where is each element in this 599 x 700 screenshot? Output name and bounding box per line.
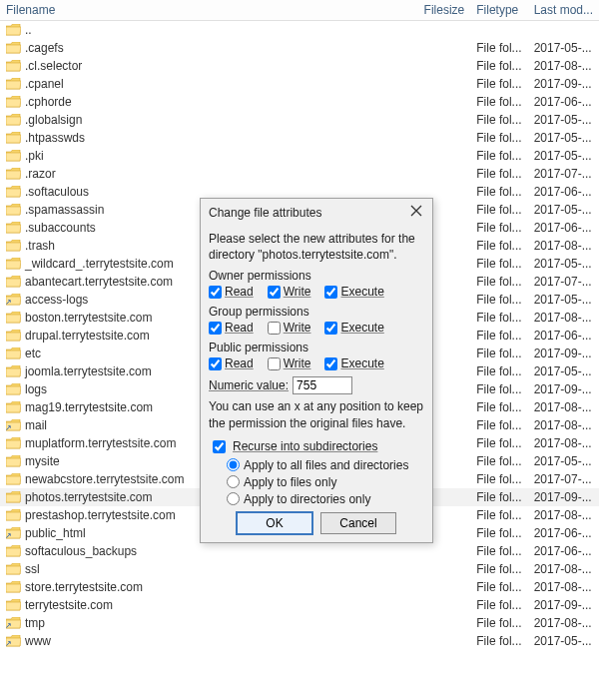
table-row[interactable]: terrytestsite.comFile fol...2017-09-... xyxy=(0,596,599,614)
folder-icon xyxy=(6,545,21,557)
table-row[interactable]: .pkiFile fol...2017-05-... xyxy=(0,147,599,165)
table-row[interactable]: .globalsignFile fol...2017-05-... xyxy=(0,111,599,129)
file-lastmod: 2017-05-... xyxy=(528,255,599,273)
file-type: File fol... xyxy=(470,147,527,165)
file-type: File fol... xyxy=(470,273,527,291)
file-name: .trash xyxy=(25,239,55,253)
table-row[interactable]: ↗tmpFile fol...2017-08-... xyxy=(0,614,599,632)
table-row[interactable]: ↗wwwFile fol...2017-05-... xyxy=(0,632,599,650)
folder-icon xyxy=(6,401,21,413)
folder-icon xyxy=(6,24,21,36)
file-type xyxy=(470,21,527,40)
file-name: tmp xyxy=(25,616,45,630)
table-row[interactable]: sslFile fol...2017-08-... xyxy=(0,560,599,578)
public-execute-checkbox[interactable]: Execute xyxy=(324,356,383,370)
ok-button[interactable]: OK xyxy=(237,512,312,534)
numeric-value-hint: You can use an x at any position to keep… xyxy=(209,398,424,430)
group-execute-checkbox[interactable]: Execute xyxy=(324,321,383,335)
owner-read-checkbox[interactable]: Read xyxy=(209,285,254,299)
folder-icon xyxy=(6,365,21,377)
file-name: terrytestsite.com xyxy=(25,598,113,612)
file-lastmod: 2017-05-... xyxy=(528,147,599,165)
table-row[interactable]: .cpanelFile fol...2017-09-... xyxy=(0,75,599,93)
file-type: File fol... xyxy=(470,57,527,75)
table-row[interactable]: store.terrytestsite.comFile fol...2017-0… xyxy=(0,578,599,596)
recurse-checkbox[interactable]: Recurse into subdirectories xyxy=(209,437,424,456)
file-name: .spamassassin xyxy=(25,203,104,217)
file-name: .globalsign xyxy=(25,113,82,127)
table-row[interactable]: .. xyxy=(0,21,599,40)
public-permissions-label: Public permissions xyxy=(209,341,424,354)
folder-icon xyxy=(6,150,21,162)
file-type: File fol... xyxy=(470,93,527,111)
file-type: File fol... xyxy=(470,560,527,578)
file-name: public_html xyxy=(25,526,86,540)
file-lastmod: 2017-08-... xyxy=(528,416,599,434)
folder-icon xyxy=(6,599,21,611)
dialog-intro-text: Please select the new attributes for the… xyxy=(209,231,424,263)
file-name: _wildcard_.terrytestsite.com xyxy=(25,257,174,271)
file-lastmod: 2017-05-... xyxy=(528,452,599,470)
owner-write-checkbox[interactable]: Write xyxy=(268,285,311,299)
file-type: File fol... xyxy=(470,237,527,255)
dialog-title: Change file attributes xyxy=(209,206,321,220)
file-name: .pki xyxy=(25,149,44,163)
file-type: File fol... xyxy=(470,345,527,362)
folder-icon xyxy=(6,509,21,521)
folder-icon xyxy=(6,437,21,449)
file-type: File fol... xyxy=(470,75,527,93)
public-read-checkbox[interactable]: Read xyxy=(209,356,254,370)
file-type: File fol... xyxy=(470,327,527,345)
file-name: access-logs xyxy=(25,293,88,307)
col-header-filename[interactable]: Filename xyxy=(0,0,418,21)
file-name: .htpasswds xyxy=(25,131,85,145)
table-row[interactable]: softaculous_backupsFile fol...2017-06-..… xyxy=(0,542,599,560)
file-lastmod: 2017-09-... xyxy=(528,345,599,362)
col-header-lastmod[interactable]: Last mod... xyxy=(528,0,599,21)
file-name: mail xyxy=(25,418,47,432)
folder-icon xyxy=(6,240,21,252)
table-row[interactable]: .cl.selectorFile fol...2017-08-... xyxy=(0,57,599,75)
numeric-value-input[interactable] xyxy=(293,376,352,394)
file-name: .subaccounts xyxy=(25,221,96,235)
owner-execute-checkbox[interactable]: Execute xyxy=(324,285,383,299)
table-row[interactable]: .cphordeFile fol...2017-06-... xyxy=(0,93,599,111)
folder-icon xyxy=(6,312,21,324)
apply-dirs-radio[interactable]: Apply to directories only xyxy=(227,492,424,506)
table-row[interactable]: .razorFile fol...2017-07-... xyxy=(0,165,599,183)
file-name: .softaculous xyxy=(25,185,89,199)
table-row[interactable]: .htpasswdsFile fol...2017-05-... xyxy=(0,129,599,147)
file-type: File fol... xyxy=(470,201,527,219)
folder-icon xyxy=(6,78,21,90)
table-row[interactable]: .cagefsFile fol...2017-05-... xyxy=(0,39,599,57)
col-header-filesize[interactable]: Filesize xyxy=(418,0,471,21)
apply-files-radio[interactable]: Apply to files only xyxy=(227,475,424,489)
file-type: File fol... xyxy=(470,309,527,327)
apply-all-radio[interactable]: Apply to all files and directories xyxy=(227,458,424,472)
folder-icon: ↗ xyxy=(6,527,21,539)
file-type: File fol... xyxy=(470,111,527,129)
group-write-checkbox[interactable]: Write xyxy=(268,321,311,335)
table-header-row: Filename Filesize Filetype Last mod... xyxy=(0,0,599,21)
file-name: ssl xyxy=(25,562,40,576)
file-name: .cphorde xyxy=(25,95,72,109)
folder-icon xyxy=(6,114,21,126)
file-name: mag19.terrytestsite.com xyxy=(25,400,153,414)
folder-icon xyxy=(6,60,21,72)
folder-icon xyxy=(6,96,21,108)
file-lastmod: 2017-05-... xyxy=(528,111,599,129)
file-lastmod: 2017-08-... xyxy=(528,434,599,452)
file-lastmod: 2017-09-... xyxy=(528,596,599,614)
file-lastmod: 2017-06-... xyxy=(528,524,599,542)
file-lastmod: 2017-09-... xyxy=(528,75,599,93)
cancel-button[interactable]: Cancel xyxy=(320,512,396,534)
folder-icon xyxy=(6,222,21,234)
public-write-checkbox[interactable]: Write xyxy=(268,356,311,370)
group-read-checkbox[interactable]: Read xyxy=(209,321,254,335)
folder-icon xyxy=(6,42,21,54)
file-type: File fol... xyxy=(470,488,527,506)
col-header-filetype[interactable]: Filetype xyxy=(470,0,527,21)
file-type: File fol... xyxy=(470,596,527,614)
numeric-value-label: Numeric value: xyxy=(209,378,289,392)
close-icon[interactable] xyxy=(408,205,424,221)
